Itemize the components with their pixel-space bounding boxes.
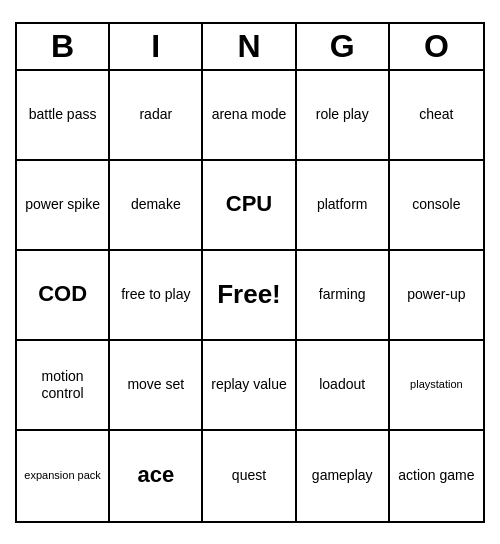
bingo-cell-9: console — [390, 161, 483, 251]
bingo-cell-0: battle pass — [17, 71, 110, 161]
bingo-cell-7: CPU — [203, 161, 296, 251]
bingo-card: BINGO battle passradararena moderole pla… — [15, 22, 485, 523]
bingo-cell-21: ace — [110, 431, 203, 521]
header-letter-n: N — [203, 24, 296, 69]
bingo-header: BINGO — [17, 24, 483, 71]
bingo-cell-1: radar — [110, 71, 203, 161]
header-letter-o: O — [390, 24, 483, 69]
bingo-cell-3: role play — [297, 71, 390, 161]
bingo-cell-5: power spike — [17, 161, 110, 251]
bingo-cell-19: playstation — [390, 341, 483, 431]
bingo-cell-18: loadout — [297, 341, 390, 431]
bingo-cell-2: arena mode — [203, 71, 296, 161]
bingo-cell-24: action game — [390, 431, 483, 521]
bingo-cell-15: motion control — [17, 341, 110, 431]
bingo-grid: battle passradararena moderole playcheat… — [17, 71, 483, 521]
bingo-cell-22: quest — [203, 431, 296, 521]
bingo-cell-14: power-up — [390, 251, 483, 341]
header-letter-g: G — [297, 24, 390, 69]
bingo-cell-17: replay value — [203, 341, 296, 431]
bingo-cell-8: platform — [297, 161, 390, 251]
bingo-cell-16: move set — [110, 341, 203, 431]
bingo-cell-6: demake — [110, 161, 203, 251]
bingo-cell-12: Free! — [203, 251, 296, 341]
header-letter-b: B — [17, 24, 110, 69]
bingo-cell-13: farming — [297, 251, 390, 341]
bingo-cell-23: gameplay — [297, 431, 390, 521]
bingo-cell-4: cheat — [390, 71, 483, 161]
header-letter-i: I — [110, 24, 203, 69]
bingo-cell-20: expansion pack — [17, 431, 110, 521]
bingo-cell-10: COD — [17, 251, 110, 341]
bingo-cell-11: free to play — [110, 251, 203, 341]
